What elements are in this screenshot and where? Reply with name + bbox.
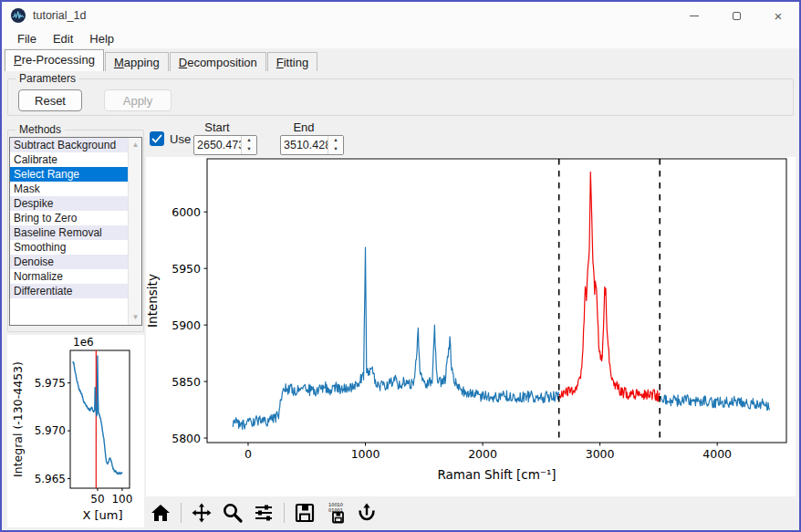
y-tick-label: 5.975 [35, 377, 66, 390]
y-axis-label: Intensity [146, 274, 160, 328]
start-label: Start [190, 120, 244, 134]
configure-subplots-icon [253, 502, 275, 524]
method-item-calibrate[interactable]: Calibrate [10, 152, 141, 167]
scroll-up-icon[interactable]: ▲ [129, 139, 142, 151]
method-item-bring-to-zero[interactable]: Bring to Zero [10, 211, 141, 225]
home-button[interactable] [148, 500, 173, 526]
axes-frame [70, 350, 130, 488]
spin-up-icon[interactable]: ▲ [328, 136, 343, 145]
y-tick-label: 5800 [172, 432, 201, 445]
reset-button[interactable]: Reset [18, 89, 82, 111]
save-data-button[interactable]: 1001001001 [323, 500, 348, 526]
methods-scrollbar[interactable]: ▲ ▼ [128, 138, 141, 325]
menu-item-file[interactable]: File [9, 30, 45, 47]
save-data-icon: 1001001001 [325, 502, 347, 524]
end-spinbox[interactable]: 3510.428 ▲ ▼ [280, 135, 344, 155]
toolbar-separator [284, 503, 285, 523]
y-tick-label: 5.970 [35, 424, 66, 437]
y-tick-label: 5850 [172, 375, 201, 389]
x-tick-label: 3000 [586, 447, 615, 461]
menu-item-edit[interactable]: Edit [45, 30, 81, 47]
window-title: tutorial_1d [33, 9, 86, 22]
y-tick-label: 5900 [172, 318, 201, 332]
minimize-button[interactable] [673, 2, 715, 29]
y-tick-label: 6000 [172, 205, 201, 219]
end-label: End [276, 120, 331, 134]
start-spinbox-arrows[interactable]: ▲ ▼ [241, 136, 256, 154]
configure-subplots-button[interactable] [251, 500, 276, 526]
y-axis-label: Integral (-130-4453) [11, 361, 25, 477]
menu-bar: FileEditHelp [2, 29, 799, 48]
method-item-differentiate[interactable]: Differentiate [10, 284, 141, 298]
start-spinbox[interactable]: 2650.473 ▲ ▼ [193, 135, 257, 155]
method-item-denoise[interactable]: Denoise [10, 255, 141, 269]
zoom-icon [222, 502, 244, 524]
tab-pre-processing[interactable]: Pre-Processing [5, 49, 104, 71]
title-bar[interactable]: tutorial_1d × [2, 2, 799, 29]
y-offset-label: 1e6 [73, 336, 94, 349]
apply-button: Apply [104, 89, 172, 111]
end-spinbox-arrows[interactable]: ▲ ▼ [328, 136, 343, 154]
spin-down-icon[interactable]: ▼ [328, 145, 343, 154]
x-axis-label: X [um] [82, 508, 122, 522]
spin-up-icon[interactable]: ▲ [242, 136, 256, 145]
x-tick-label: 1000 [351, 447, 380, 461]
spectrum-plot-canvas[interactable]: 0100020003000400058005850590059506000Ram… [146, 157, 796, 496]
method-item-normalize[interactable]: Normalize [10, 269, 141, 284]
tab-mapping[interactable]: Mapping [105, 52, 169, 71]
app-icon [11, 8, 26, 23]
tab-fitting[interactable]: Fitting [267, 52, 317, 71]
methods-label: Methods [16, 123, 65, 136]
maximize-button[interactable] [715, 2, 757, 29]
method-item-smoothing[interactable]: Smoothing [10, 240, 141, 255]
x-tick-label: 100 [111, 493, 132, 506]
pan-button[interactable] [189, 500, 214, 526]
use-checkbox-label: Use [170, 132, 191, 146]
start-spinbox-value[interactable]: 2650.473 [194, 136, 241, 154]
spin-down-icon[interactable]: ▼ [242, 145, 256, 154]
home-icon [150, 502, 172, 524]
tab-bar: Pre-ProcessingMappingDecompositionFittin… [5, 49, 318, 71]
export-icon [356, 502, 378, 524]
x-tick-label: 0 [244, 447, 252, 461]
y-tick-label: 5.965 [35, 473, 66, 485]
method-item-subtract-background[interactable]: Subtract Background [10, 138, 141, 152]
app-window: tutorial_1d × FileEditHelp Pre-Processin… [0, 0, 801, 532]
end-spinbox-value[interactable]: 3510.428 [281, 136, 328, 154]
save-icon [294, 502, 316, 524]
svg-text:01001: 01001 [328, 507, 343, 513]
x-tick-label: 2000 [468, 447, 497, 461]
parameters-label: Parameters [16, 72, 79, 85]
x-tick-label: 50 [90, 493, 104, 506]
close-button[interactable]: × [757, 2, 799, 29]
scroll-down-icon[interactable]: ▼ [129, 311, 142, 324]
integral-plot-canvas[interactable]: 1e6501005.9655.9705.975X [um]Integral (-… [7, 335, 144, 527]
plot-toolbar: 1001001001 [148, 499, 380, 527]
export-button[interactable] [354, 500, 380, 526]
menu-item-help[interactable]: Help [81, 30, 122, 47]
x-axis-label: Raman Shift [cm⁻¹] [437, 467, 556, 482]
method-item-mask[interactable]: Mask [10, 182, 141, 196]
method-item-despike[interactable]: Despike [10, 196, 141, 211]
pan-icon [191, 502, 213, 524]
save-button[interactable] [292, 500, 317, 526]
tab-decomposition[interactable]: Decomposition [170, 52, 266, 71]
use-checkbox[interactable] [150, 131, 164, 146]
method-item-select-range[interactable]: Select Range [10, 167, 141, 182]
check-icon [150, 131, 164, 146]
x-tick-label: 4000 [702, 447, 732, 461]
toolbar-separator [181, 503, 182, 523]
methods-list[interactable]: Subtract BackgroundCalibrateSelect Range… [9, 137, 142, 326]
y-tick-label: 5950 [172, 262, 201, 276]
zoom-button[interactable] [220, 500, 245, 526]
method-item-baseline-removal[interactable]: Baseline Removal [10, 225, 141, 240]
